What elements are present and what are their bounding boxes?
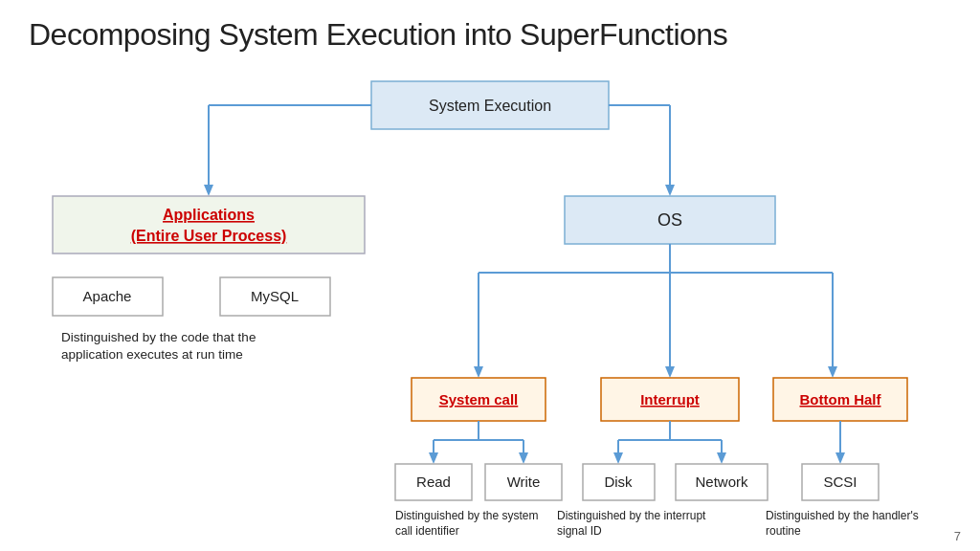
svg-text:SCSI: SCSI	[823, 474, 857, 490]
svg-marker-48	[717, 452, 726, 464]
svg-marker-22	[474, 366, 483, 378]
svg-marker-38	[519, 452, 528, 464]
svg-marker-26	[828, 366, 837, 378]
svg-text:System call: System call	[439, 391, 519, 408]
svg-text:OS: OS	[657, 210, 682, 230]
svg-text:Distinguished by the handler's: Distinguished by the handler's	[766, 509, 919, 522]
svg-text:call identifier: call identifier	[395, 524, 459, 538]
svg-text:signal ID: signal ID	[557, 524, 602, 538]
svg-text:System Execution: System Execution	[429, 98, 551, 114]
svg-text:Disk: Disk	[604, 474, 633, 490]
svg-text:Read: Read	[416, 474, 451, 490]
svg-text:routine: routine	[766, 524, 801, 538]
svg-marker-24	[665, 366, 675, 378]
svg-text:Apache: Apache	[83, 288, 132, 304]
svg-text:Distinguished by the interrupt: Distinguished by the interrupt	[557, 509, 706, 522]
page-number: 7	[954, 529, 961, 543]
svg-text:Applications: Applications	[163, 207, 255, 223]
svg-text:(Entire User Process): (Entire User Process)	[131, 228, 287, 244]
svg-marker-36	[429, 452, 438, 464]
svg-text:Write: Write	[507, 474, 541, 490]
slide-title: Decomposing System Execution into SuperF…	[29, 17, 727, 53]
svg-text:MySQL: MySQL	[251, 288, 299, 304]
svg-text:Bottom Half: Bottom Half	[800, 391, 882, 408]
svg-text:application executes at run ti: application executes at run time	[61, 347, 243, 362]
svg-text:Distinguished by the code that: Distinguished by the code that the	[61, 330, 256, 344]
svg-text:Interrupt: Interrupt	[640, 391, 700, 408]
svg-rect-8	[53, 196, 365, 253]
svg-marker-46	[613, 452, 623, 464]
svg-marker-54	[835, 452, 845, 464]
svg-text:Network: Network	[695, 474, 748, 490]
svg-marker-4	[204, 185, 213, 196]
svg-marker-7	[665, 185, 675, 196]
svg-text:Distinguished by the system: Distinguished by the system	[395, 509, 538, 522]
